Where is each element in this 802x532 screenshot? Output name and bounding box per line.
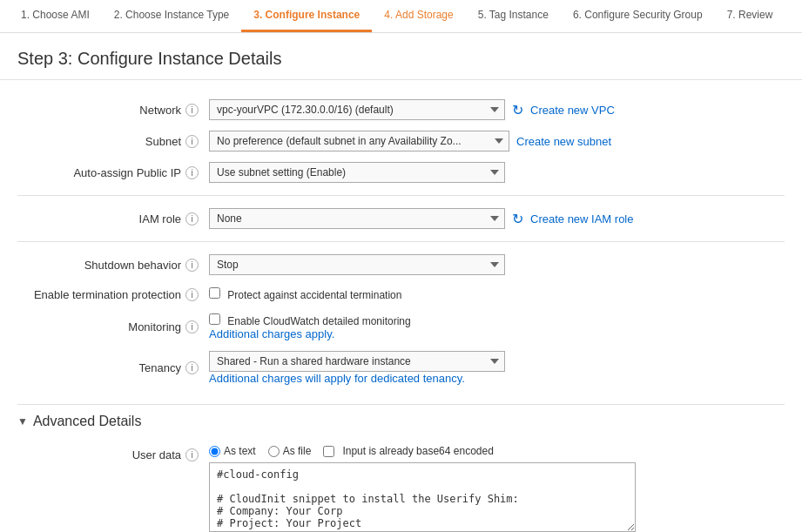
advanced-details-header[interactable]: ▼ Advanced Details xyxy=(17,414,785,429)
network-refresh-icon[interactable]: ↻ xyxy=(512,102,523,118)
auto-assign-controls: Use subnet setting (Enable) xyxy=(209,162,785,183)
radio-as-text[interactable] xyxy=(209,446,220,457)
nav-choose-instance-type[interactable]: 2. Choose Instance Type xyxy=(102,0,242,32)
radio-as-file[interactable] xyxy=(268,446,280,457)
network-info-icon[interactable]: i xyxy=(185,104,199,117)
radio-as-file-label[interactable]: As file xyxy=(268,445,312,457)
create-iam-button[interactable]: Create new IAM role xyxy=(530,212,634,226)
network-label: Network i xyxy=(17,104,209,117)
advanced-section: ▼ Advanced Details User data i As text A… xyxy=(17,404,785,532)
base64-checkbox-label[interactable]: Input is already base64 encoded xyxy=(323,445,493,457)
userdata-info-icon[interactable]: i xyxy=(185,448,199,461)
subnet-controls: No preference (default subnet in any Ava… xyxy=(209,131,785,152)
termination-label: Enable termination protection i xyxy=(17,288,209,301)
nav-choose-ami[interactable]: 1. Choose AMI xyxy=(9,0,102,32)
chevron-down-icon: ▼ xyxy=(17,415,28,428)
userdata-label: User data i xyxy=(17,445,209,461)
create-subnet-button[interactable]: Create new subnet xyxy=(516,135,611,148)
top-nav: 1. Choose AMI 2. Choose Instance Type 3.… xyxy=(0,0,802,33)
network-controls: vpc-yourVPC (172.30.0.0/16) (default) ↻ … xyxy=(209,99,785,120)
subnet-info-icon[interactable]: i xyxy=(185,135,199,148)
shutdown-row: Shutdown behavior i Stop xyxy=(17,249,785,280)
termination-controls: Protect against accidental termination xyxy=(209,287,785,301)
iam-role-row: IAM role i None ↻ Create new IAM role xyxy=(17,203,785,234)
tenancy-controls: Shared - Run a shared hardware instance … xyxy=(209,351,785,385)
userdata-row: User data i As text As file Input is al xyxy=(17,440,785,532)
subnet-label: Subnet i xyxy=(17,135,209,148)
nav-add-storage[interactable]: 4. Add Storage xyxy=(372,0,465,32)
advanced-details-label: Advanced Details xyxy=(33,414,142,429)
tenancy-select[interactable]: Shared - Run a shared hardware instance xyxy=(209,351,505,372)
termination-row: Enable termination protection i Protect … xyxy=(17,280,785,308)
shutdown-label: Shutdown behavior i xyxy=(17,259,209,272)
userdata-control-area: As text As file Input is already base64 … xyxy=(209,445,785,532)
iam-role-controls: None ↻ Create new IAM role xyxy=(209,208,785,229)
auto-assign-row: Auto-assign Public IP i Use subnet setti… xyxy=(17,157,785,188)
radio-as-text-label[interactable]: As text xyxy=(209,445,256,457)
monitoring-info-icon[interactable]: i xyxy=(185,320,199,333)
termination-checkbox-label[interactable]: Protect against accidental termination xyxy=(209,287,401,301)
network-section: Network i vpc-yourVPC (172.30.0.0/16) (d… xyxy=(17,94,785,390)
network-row: Network i vpc-yourVPC (172.30.0.0/16) (d… xyxy=(17,94,785,125)
shutdown-info-icon[interactable]: i xyxy=(185,259,199,272)
section-divider-1 xyxy=(17,195,785,196)
monitoring-row: Monitoring i Enable CloudWatch detailed … xyxy=(17,308,785,346)
auto-assign-select[interactable]: Use subnet setting (Enable) xyxy=(209,162,505,183)
network-select[interactable]: vpc-yourVPC (172.30.0.0/16) (default) xyxy=(209,99,505,120)
tenancy-row: Tenancy i Shared - Run a shared hardware… xyxy=(17,346,785,390)
nav-security-group[interactable]: 6. Configure Security Group xyxy=(561,0,715,32)
iam-role-info-icon[interactable]: i xyxy=(185,212,199,226)
nav-review[interactable]: 7. Review xyxy=(715,0,785,32)
base64-checkbox[interactable] xyxy=(323,446,334,457)
create-vpc-button[interactable]: Create new VPC xyxy=(530,104,615,117)
nav-tag-instance[interactable]: 5. Tag Instance xyxy=(466,0,561,32)
main-content: Network i vpc-yourVPC (172.30.0.0/16) (d… xyxy=(0,80,802,532)
monitoring-checkbox[interactable] xyxy=(209,313,220,325)
page-title: Step 3: Configure Instance Details xyxy=(0,33,802,80)
monitoring-charges-link[interactable]: Additional charges apply. xyxy=(209,327,334,340)
subnet-select[interactable]: No preference (default subnet in any Ava… xyxy=(209,131,509,152)
auto-assign-info-icon[interactable]: i xyxy=(185,166,199,179)
iam-refresh-icon[interactable]: ↻ xyxy=(512,211,523,227)
subnet-row: Subnet i No preference (default subnet i… xyxy=(17,125,785,157)
iam-role-label: IAM role i xyxy=(17,212,209,226)
userdata-textarea[interactable] xyxy=(209,462,636,532)
auto-assign-label: Auto-assign Public IP i xyxy=(17,166,209,179)
monitoring-checkbox-label[interactable]: Enable CloudWatch detailed monitoring xyxy=(209,315,411,327)
iam-role-select[interactable]: None xyxy=(209,208,505,229)
tenancy-label: Tenancy i xyxy=(17,361,209,374)
nav-configure-instance[interactable]: 3. Configure Instance xyxy=(241,0,372,32)
termination-checkbox[interactable] xyxy=(209,287,220,299)
tenancy-info-icon[interactable]: i xyxy=(185,361,199,374)
termination-info-icon[interactable]: i xyxy=(185,288,199,301)
monitoring-label: Monitoring i xyxy=(17,320,209,333)
shutdown-controls: Stop xyxy=(209,254,785,275)
shutdown-select[interactable]: Stop xyxy=(209,254,505,275)
monitoring-controls: Enable CloudWatch detailed monitoring Ad… xyxy=(209,313,785,340)
section-divider-2 xyxy=(17,241,785,242)
userdata-radio-group: As text As file Input is already base64 … xyxy=(209,445,785,457)
tenancy-charges-link[interactable]: Additional charges will apply for dedica… xyxy=(209,372,465,385)
